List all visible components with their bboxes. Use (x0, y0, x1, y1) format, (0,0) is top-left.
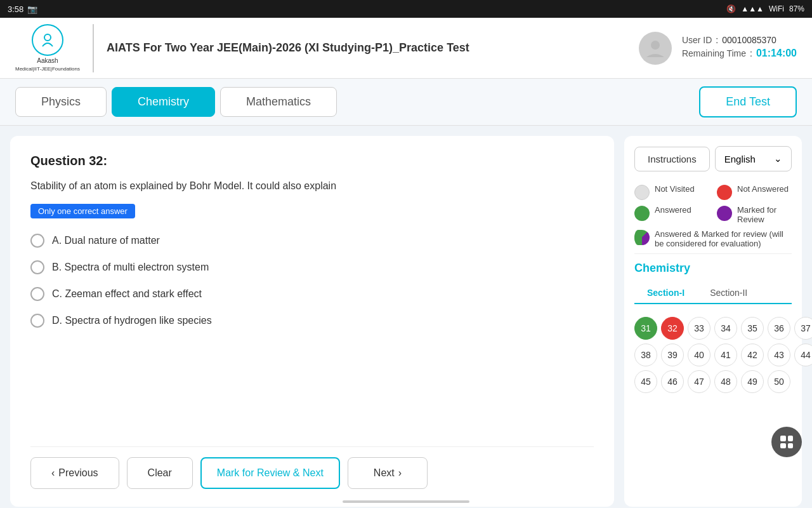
option-d[interactable]: D. Spectra of hydrogen like species (30, 314, 594, 328)
q-num-31[interactable]: 31 (634, 317, 657, 340)
language-selector[interactable]: English ⌄ (715, 146, 792, 171)
logo-text: Aakash Medical|IIT-JEE|Foundations (15, 57, 80, 72)
radio-d[interactable] (30, 314, 44, 328)
q-num-34[interactable]: 34 (714, 317, 737, 340)
answered-dot (634, 206, 650, 221)
section-title: Chemistry (634, 262, 792, 275)
answer-type-badge: Only one correct answer (30, 204, 135, 218)
not-visited-dot (634, 185, 650, 200)
q-num-35[interactable]: 35 (741, 317, 764, 340)
signal-icon: ▲▲▲ (741, 4, 764, 13)
q-num-39[interactable]: 39 (661, 344, 684, 366)
tab-mathematics[interactable]: Mathematics (220, 87, 337, 117)
q-num-42[interactable]: 42 (741, 344, 764, 366)
wifi-icon: WiFi (769, 4, 784, 13)
q-num-40[interactable]: 40 (688, 344, 710, 366)
tab-chemistry[interactable]: Chemistry (112, 87, 215, 117)
q-num-48[interactable]: 48 (714, 370, 737, 393)
avatar (639, 32, 672, 65)
status-bar: 3:58 📷 🔇 ▲▲▲ WiFi 87% (0, 0, 812, 18)
legend-answered: Answered (634, 205, 709, 224)
legend-not-visited: Not Visited (634, 184, 709, 200)
chevron-right-icon: › (398, 467, 402, 479)
end-test-button[interactable]: End Test (699, 86, 797, 117)
language-value: English (724, 154, 756, 164)
logo-area: Aakash Medical|IIT-JEE|Foundations (15, 24, 94, 72)
next-button[interactable]: Next › (348, 457, 428, 489)
logo-icon (32, 24, 63, 56)
legend: Not Visited Not Answered Answered Marked… (634, 179, 792, 254)
option-c[interactable]: C. Zeeman effect and stark effect (30, 287, 594, 301)
camera-icon: 📷 (27, 4, 37, 14)
remaining-time-label: Remaining Time (682, 48, 746, 58)
legend-not-answered: Not Answered (717, 184, 792, 200)
svg-point-0 (44, 34, 51, 41)
section-tabs: Section-I Section-II (634, 283, 792, 304)
option-a[interactable]: A. Dual nature of matter (30, 234, 594, 248)
radio-a[interactable] (30, 234, 44, 248)
legend-answered-marked: Answered & Marked for review (will be co… (634, 229, 792, 248)
option-b[interactable]: B. Spectra of multi electron system (30, 260, 594, 274)
q-num-47[interactable]: 47 (688, 370, 710, 393)
mark-review-button[interactable]: Mark for Review & Next (200, 457, 340, 489)
option-b-label: B. Spectra of multi electron system (52, 262, 209, 273)
tabs-container: Physics Chemistry Mathematics (15, 87, 337, 117)
question-number: Question 32: (30, 154, 594, 168)
option-c-label: C. Zeeman effect and stark effect (52, 288, 202, 300)
chevron-down-icon: ⌄ (774, 153, 782, 164)
q-num-50[interactable]: 50 (768, 370, 790, 393)
remaining-time-value: 01:14:00 (756, 48, 797, 59)
mute-icon: 🔇 (726, 4, 736, 13)
marked-review-dot (717, 206, 732, 221)
bottom-buttons: ‹ Previous Clear Mark for Review & Next … (30, 446, 594, 489)
question-numbers-grid: 31 32 33 34 35 36 37 38 39 40 41 42 43 4… (634, 317, 792, 393)
q-num-46[interactable]: 46 (661, 370, 684, 393)
top-controls: Instructions English ⌄ (634, 146, 792, 171)
grid-icon (780, 436, 793, 448)
status-time: 3:58 (8, 4, 23, 14)
svg-point-1 (651, 41, 660, 50)
clear-button[interactable]: Clear (127, 457, 193, 489)
userid-value: 00010085370 (722, 35, 776, 45)
chevron-left-icon: ‹ (51, 467, 55, 479)
radio-b[interactable] (30, 260, 44, 274)
tab-physics[interactable]: Physics (15, 87, 107, 117)
q-num-32[interactable]: 32 (661, 317, 684, 340)
question-panel: Question 32: Stability of an atom is exp… (10, 136, 614, 507)
floating-grid-button[interactable] (771, 427, 802, 457)
q-num-38[interactable]: 38 (634, 344, 657, 366)
question-text: Stability of an atom is explained by Boh… (30, 178, 594, 194)
test-title: AIATS For Two Year JEE(Main)-2026 (XI St… (107, 41, 469, 55)
q-num-36[interactable]: 36 (768, 317, 790, 340)
header: Aakash Medical|IIT-JEE|Foundations AIATS… (0, 18, 812, 79)
q-num-33[interactable]: 33 (688, 317, 710, 340)
scroll-indicator (343, 500, 469, 503)
subject-tabs: Physics Chemistry Mathematics End Test (0, 79, 812, 126)
instructions-button[interactable]: Instructions (634, 147, 710, 171)
battery-level: 87% (789, 4, 804, 13)
previous-button[interactable]: ‹ Previous (30, 457, 119, 489)
q-num-45[interactable]: 45 (634, 370, 657, 393)
q-num-49[interactable]: 49 (741, 370, 764, 393)
q-num-44[interactable]: 44 (794, 344, 812, 366)
user-info: User ID : 00010085370 Remaining Time : 0… (682, 35, 797, 62)
radio-c[interactable] (30, 287, 44, 301)
q-num-43[interactable]: 43 (768, 344, 790, 366)
option-d-label: D. Spectra of hydrogen like species (52, 315, 212, 326)
q-num-37[interactable]: 37 (794, 317, 812, 340)
options-list: A. Dual nature of matter B. Spectra of m… (30, 234, 594, 328)
section-1-tab[interactable]: Section-I (634, 283, 697, 304)
q-num-41[interactable]: 41 (714, 344, 737, 366)
section-2-tab[interactable]: Section-II (697, 283, 760, 303)
userid-label: User ID (682, 35, 712, 45)
option-a-label: A. Dual nature of matter (52, 235, 160, 246)
legend-marked-review: Marked for Review (717, 205, 792, 224)
main-content: Question 32: Stability of an atom is exp… (0, 126, 812, 508)
not-answered-dot (717, 185, 732, 200)
answered-marked-dot (634, 230, 650, 245)
